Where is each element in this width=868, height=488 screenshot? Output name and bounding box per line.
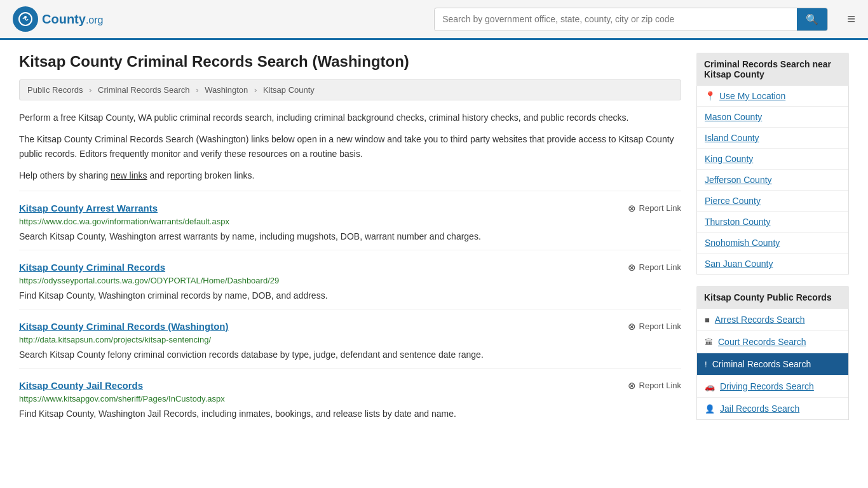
sidebar-record-item-4[interactable]: 👤 Jail Records Search bbox=[697, 398, 848, 419]
rec-icon-0: ■ bbox=[705, 315, 710, 325]
sidebar-county-jefferson[interactable]: Jefferson County bbox=[697, 170, 848, 191]
breadcrumb-sep-1: › bbox=[89, 85, 92, 95]
rec-link-4[interactable]: Jail Records Search bbox=[720, 403, 799, 414]
location-pin-icon: 📍 bbox=[705, 91, 715, 101]
report-label-3: Report Link bbox=[639, 381, 681, 390]
breadcrumb-sep-3: › bbox=[254, 85, 257, 95]
rec-icon-4: 👤 bbox=[705, 404, 715, 414]
breadcrumb-criminal-records-search[interactable]: Criminal Records Search bbox=[98, 85, 190, 95]
logo-icon bbox=[13, 6, 38, 32]
description-para-1: Perform a free Kitsap County, WA public … bbox=[19, 111, 681, 125]
link-entry-header-1: Kitsap County Criminal Records ⊗ Report … bbox=[19, 262, 681, 273]
link-url-1[interactable]: https://odysseyportal.courts.wa.gov/ODYP… bbox=[19, 276, 681, 285]
sidebar-records-list: ■ Arrest Records Search 🏛 Court Records … bbox=[696, 309, 849, 420]
svg-point-1 bbox=[24, 16, 27, 18]
sidebar-county-island[interactable]: Island County bbox=[697, 128, 848, 149]
hamburger-menu-icon[interactable]: ≡ bbox=[847, 11, 855, 27]
content-area: Kitsap County Criminal Records Search (W… bbox=[19, 53, 681, 427]
sidebar-record-item-1[interactable]: 🏛 Court Records Search bbox=[697, 331, 848, 353]
sidebar-county-snohomish[interactable]: Snohomish County bbox=[697, 233, 848, 254]
sidebar-county-pierce[interactable]: Pierce County bbox=[697, 191, 848, 212]
report-icon-0: ⊗ bbox=[628, 203, 636, 214]
link-url-2[interactable]: http://data.kitsapsun.com/projects/kitsa… bbox=[19, 335, 681, 344]
main-container: Kitsap County Criminal Records Search (W… bbox=[0, 40, 868, 440]
use-my-location-link[interactable]: Use My Location bbox=[719, 91, 785, 101]
sidebar-use-location-item: 📍 Use My Location bbox=[697, 86, 848, 107]
sidebar-county-mason[interactable]: Mason County bbox=[697, 107, 848, 128]
report-link-2[interactable]: ⊗ Report Link bbox=[628, 321, 681, 332]
sidebar-record-item-0[interactable]: ■ Arrest Records Search bbox=[697, 309, 848, 331]
breadcrumb-sep-2: › bbox=[196, 85, 198, 95]
sidebar-record-item-2[interactable]: ! Criminal Records Search bbox=[697, 353, 848, 376]
sidebar-record-item-3[interactable]: 🚗 Driving Records Search bbox=[697, 376, 848, 398]
report-label-2: Report Link bbox=[639, 322, 681, 331]
link-description-1: Find Kitsap County, Washington criminal … bbox=[19, 289, 681, 302]
report-link-0[interactable]: ⊗ Report Link bbox=[628, 203, 681, 214]
link-entry-0: Kitsap County Arrest Warrants ⊗ Report L… bbox=[19, 191, 681, 250]
link-entry-header-2: Kitsap County Criminal Records (Washingt… bbox=[19, 321, 681, 332]
rec-link-0[interactable]: Arrest Records Search bbox=[715, 315, 805, 325]
link-description-2: Search Kitsap County felony criminal con… bbox=[19, 348, 681, 362]
sidebar: Criminal Records Search near Kitsap Coun… bbox=[696, 53, 849, 427]
report-link-1[interactable]: ⊗ Report Link bbox=[628, 262, 681, 273]
link-entry-title-0[interactable]: Kitsap County Arrest Warrants bbox=[19, 203, 158, 214]
link-entry-1: Kitsap County Criminal Records ⊗ Report … bbox=[19, 250, 681, 309]
rec-link-2[interactable]: Criminal Records Search bbox=[712, 359, 811, 369]
link-entry-header-0: Kitsap County Arrest Warrants ⊗ Report L… bbox=[19, 203, 681, 214]
link-entry-header-3: Kitsap County Jail Records ⊗ Report Link bbox=[19, 380, 681, 391]
sidebar-county-king[interactable]: King County bbox=[697, 149, 848, 170]
report-icon-2: ⊗ bbox=[628, 321, 636, 332]
link-entry-title-2[interactable]: Kitsap County Criminal Records (Washingt… bbox=[19, 321, 228, 332]
search-bar: 🔍 bbox=[434, 8, 828, 31]
link-entry-3: Kitsap County Jail Records ⊗ Report Link… bbox=[19, 368, 681, 427]
sidebar-county-san-juan[interactable]: San Juan County bbox=[697, 254, 848, 274]
link-entry-2: Kitsap County Criminal Records (Washingt… bbox=[19, 309, 681, 368]
site-logo[interactable]: County.org bbox=[13, 6, 103, 32]
link-entries-container: Kitsap County Arrest Warrants ⊗ Report L… bbox=[19, 191, 681, 427]
report-icon-1: ⊗ bbox=[628, 262, 636, 273]
link-description-0: Search Kitsap County, Washington arrest … bbox=[19, 230, 681, 243]
sidebar-county-list: 📍 Use My Location Mason County Island Co… bbox=[696, 86, 849, 274]
breadcrumb-public-records[interactable]: Public Records bbox=[27, 85, 83, 95]
rec-icon-1: 🏛 bbox=[705, 337, 713, 347]
link-entry-title-3[interactable]: Kitsap County Jail Records bbox=[19, 380, 143, 391]
sidebar-public-records-title: Kitsap County Public Records bbox=[696, 286, 849, 309]
sidebar-nearby-title: Criminal Records Search near Kitsap Coun… bbox=[696, 53, 849, 86]
rec-link-1[interactable]: Court Records Search bbox=[718, 337, 806, 347]
new-links-link[interactable]: new links bbox=[111, 170, 147, 180]
rec-icon-3: 🚗 bbox=[705, 382, 715, 391]
report-label-1: Report Link bbox=[639, 262, 681, 272]
rec-icon-2: ! bbox=[705, 360, 707, 369]
search-button[interactable]: 🔍 bbox=[797, 8, 827, 30]
sidebar-county-thurston[interactable]: Thurston County bbox=[697, 212, 848, 233]
logo-text: County.org bbox=[42, 12, 103, 27]
site-header: County.org 🔍 ≡ bbox=[0, 0, 868, 40]
link-url-3[interactable]: https://www.kitsapgov.com/sheriff/Pages/… bbox=[19, 394, 681, 403]
page-title: Kitsap County Criminal Records Search (W… bbox=[19, 53, 681, 71]
link-entry-title-1[interactable]: Kitsap County Criminal Records bbox=[19, 262, 165, 273]
link-url-0[interactable]: https://www.doc.wa.gov/information/warra… bbox=[19, 217, 681, 226]
description-para-2: The Kitsap County Criminal Records Searc… bbox=[19, 132, 681, 161]
link-description-3: Find Kitsap County, Washington Jail Reco… bbox=[19, 407, 681, 421]
search-input[interactable] bbox=[435, 9, 797, 29]
rec-link-3[interactable]: Driving Records Search bbox=[720, 381, 814, 391]
description-para-3: Help others by sharing new links and rep… bbox=[19, 168, 681, 182]
breadcrumb-washington[interactable]: Washington bbox=[205, 85, 248, 95]
report-icon-3: ⊗ bbox=[628, 380, 636, 391]
breadcrumb: Public Records › Criminal Records Search… bbox=[19, 79, 681, 100]
breadcrumb-current: Kitsap County bbox=[263, 85, 315, 95]
report-label-0: Report Link bbox=[639, 203, 681, 213]
report-link-3[interactable]: ⊗ Report Link bbox=[628, 380, 681, 391]
